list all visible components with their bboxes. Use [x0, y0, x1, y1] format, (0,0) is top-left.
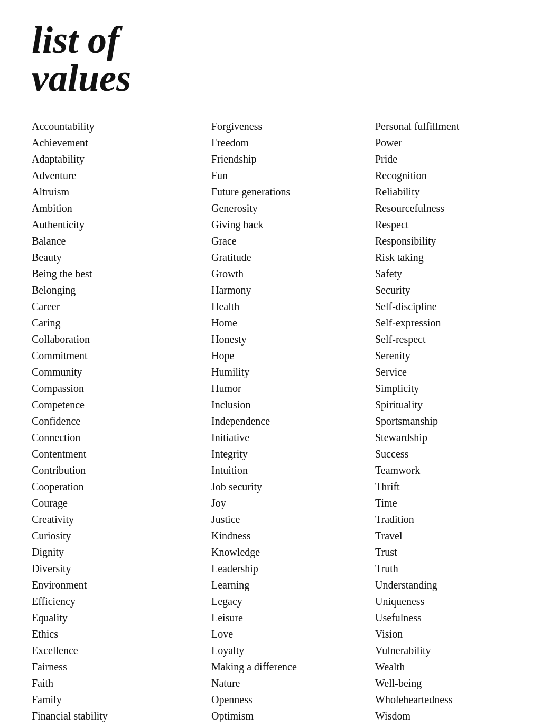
list-item: Freedom: [211, 135, 365, 151]
list-item: Pride: [375, 151, 528, 167]
list-item: Humor: [211, 380, 365, 397]
list-item: Cooperation: [32, 479, 211, 495]
list-item: Success: [375, 446, 528, 462]
list-item: Tradition: [375, 511, 528, 528]
list-item: Integrity: [211, 446, 365, 462]
list-item: Health: [211, 298, 365, 315]
list-item: Hope: [211, 348, 365, 364]
list-item: Order: [211, 724, 365, 728]
list-item: Altruism: [32, 184, 211, 200]
title-area: list ofvalues: [32, 21, 211, 118]
list-item: Financial stability: [32, 708, 211, 724]
list-item: Humility: [211, 364, 365, 380]
list-item: Intuition: [211, 462, 365, 479]
list-item: Commitment: [32, 348, 211, 364]
list-item: Family: [32, 692, 211, 708]
list-item: Curiosity: [32, 528, 211, 544]
list-item: Adaptability: [32, 151, 211, 167]
list-item: Job security: [211, 479, 365, 495]
list-item: Belonging: [32, 282, 211, 298]
column-1-container: AccountabilityAchievementAdaptabilityAdv…: [32, 118, 211, 728]
list-item: Fun: [211, 167, 365, 184]
list-item: Legacy: [211, 593, 365, 610]
list-item: Self-respect: [375, 331, 528, 348]
list-item: Accountability: [32, 118, 211, 135]
list-item: Openness: [211, 692, 365, 708]
column-1-list: AccountabilityAchievementAdaptabilityAdv…: [32, 118, 211, 724]
list-item: Contribution: [32, 462, 211, 479]
list-item: Stewardship: [375, 430, 528, 446]
list-item: Inclusion: [211, 397, 365, 413]
list-item: Confidence: [32, 413, 211, 430]
list-item: Ethics: [32, 626, 211, 642]
list-item: Equality: [32, 610, 211, 626]
list-item: Vision: [375, 626, 528, 642]
list-item: Harmony: [211, 282, 365, 298]
list-item: Responsibility: [375, 233, 528, 249]
list-item: Love: [211, 626, 365, 642]
list-item: Achievement: [32, 135, 211, 151]
list-item: Leadership: [211, 561, 365, 577]
list-item: Serenity: [375, 348, 528, 364]
list-item: Wealth: [375, 659, 528, 675]
list-item: Risk taking: [375, 249, 528, 266]
list-item: Home: [211, 315, 365, 331]
list-item: Safety: [375, 266, 528, 282]
list-item: Authenticity: [32, 217, 211, 233]
list-item: Efficiency: [32, 593, 211, 610]
list-item: Simplicity: [375, 380, 528, 397]
list-item: Sportsmanship: [375, 413, 528, 430]
column-2-list: ForgivenessFreedomFriendshipFunFuture ge…: [211, 118, 365, 728]
list-item: Thrift: [375, 479, 528, 495]
list-item: Community: [32, 364, 211, 380]
column-2-container: ForgivenessFreedomFriendshipFunFuture ge…: [211, 118, 375, 728]
list-item: Trust: [375, 544, 528, 561]
list-item: Service: [375, 364, 528, 380]
list-item: Loyalty: [211, 642, 365, 659]
column-3-list: Personal fulfillmentPowerPrideRecognitio…: [375, 118, 528, 724]
list-item: Growth: [211, 266, 365, 282]
list-item: Kindness: [211, 528, 365, 544]
list-item: Wisdom: [375, 708, 528, 724]
list-item: Joy: [211, 495, 365, 511]
list-item: Dignity: [32, 544, 211, 561]
list-item: Balance: [32, 233, 211, 249]
list-item: Compassion: [32, 380, 211, 397]
list-item: Being the best: [32, 266, 211, 282]
list-item: Respect: [375, 217, 528, 233]
list-item: Giving back: [211, 217, 365, 233]
list-item: Ambition: [32, 200, 211, 217]
list-item: Initiative: [211, 430, 365, 446]
list-item: Wholeheartedness: [375, 692, 528, 708]
column-3: [375, 21, 528, 118]
list-item: Learning: [211, 577, 365, 593]
list-item: Self-expression: [375, 315, 528, 331]
page-container: list ofvalues AccountabilityAchievementA…: [32, 21, 528, 728]
list-item: Knowledge: [211, 544, 365, 561]
list-item: Forgiveness: [211, 118, 365, 135]
list-item: Time: [375, 495, 528, 511]
list-item: Teamwork: [375, 462, 528, 479]
list-item: Optimism: [211, 708, 365, 724]
page-title: list ofvalues: [32, 21, 211, 97]
list-item: Vulnerability: [375, 642, 528, 659]
list-item: Courage: [32, 495, 211, 511]
list-item: Contentment: [32, 446, 211, 462]
list-item: Reliability: [375, 184, 528, 200]
column-2: [211, 21, 375, 118]
list-item: Nature: [211, 675, 365, 692]
list-item: Resourcefulness: [375, 200, 528, 217]
list-item: Diversity: [32, 561, 211, 577]
list-item: Truth: [375, 561, 528, 577]
list-item: Friendship: [211, 151, 365, 167]
list-item: Justice: [211, 511, 365, 528]
list-item: Spirituality: [375, 397, 528, 413]
list-item: Making a difference: [211, 659, 365, 675]
list-item: Creativity: [32, 511, 211, 528]
list-item: Excellence: [32, 642, 211, 659]
list-item: Caring: [32, 315, 211, 331]
list-item: Competence: [32, 397, 211, 413]
list-item: Power: [375, 135, 528, 151]
list-item: Well-being: [375, 675, 528, 692]
list-item: Fairness: [32, 659, 211, 675]
